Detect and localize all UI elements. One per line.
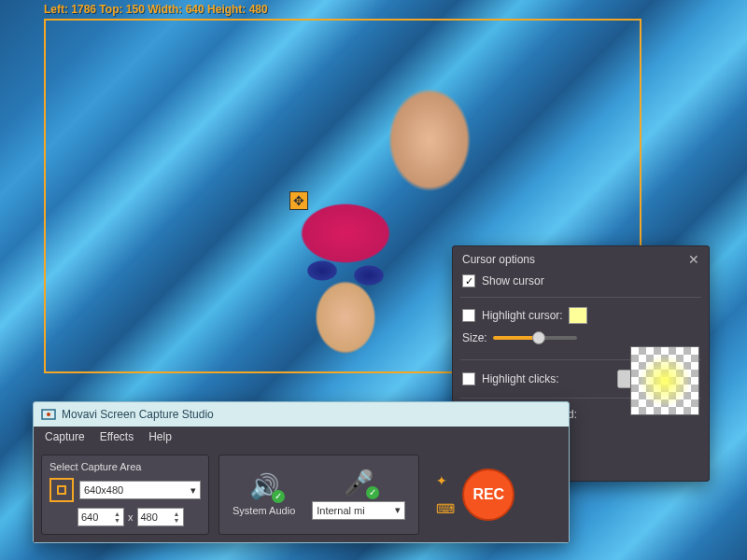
height-value: 480 bbox=[141, 511, 158, 523]
resolution-preset-value: 640x480 bbox=[84, 484, 123, 496]
check-icon: ✓ bbox=[366, 486, 379, 499]
system-audio-toggle[interactable]: 🔊✓ bbox=[249, 472, 279, 501]
record-label: REC bbox=[472, 486, 504, 503]
spinner-arrows-icon[interactable]: ▲▼ bbox=[114, 511, 120, 524]
cursor-panel-title: Cursor options bbox=[462, 253, 535, 266]
app-icon bbox=[41, 408, 56, 421]
record-area: ✦ ⌨ REC bbox=[429, 455, 520, 535]
microphone-toggle[interactable]: 🎤✓ bbox=[344, 469, 374, 497]
slider-thumb[interactable] bbox=[532, 331, 545, 344]
main-window: Movavi Screen Capture Studio Capture Eff… bbox=[33, 401, 570, 543]
highlight-color-swatch[interactable] bbox=[569, 307, 587, 324]
select-area-icon[interactable] bbox=[49, 478, 74, 502]
svg-point-1 bbox=[47, 413, 50, 416]
highlight-clicks-checkbox[interactable] bbox=[462, 372, 475, 385]
highlight-clicks-label: Highlight clicks: bbox=[482, 372, 559, 385]
system-audio-label: System Audio bbox=[233, 505, 295, 516]
menubar: Capture Effects Help bbox=[34, 427, 569, 447]
capture-move-handle[interactable]: ✥ bbox=[289, 191, 308, 210]
titlebar[interactable]: Movavi Screen Capture Studio bbox=[34, 402, 569, 427]
close-icon[interactable]: ✕ bbox=[686, 252, 701, 267]
keyboard-icon[interactable]: ⌨ bbox=[434, 499, 457, 518]
settings-icon[interactable]: ✦ bbox=[434, 471, 457, 490]
cursor-highlight-preview bbox=[630, 346, 699, 415]
chevron-down-icon: ▾ bbox=[190, 484, 196, 497]
resolution-preset-select[interactable]: 640x480 ▾ bbox=[79, 481, 201, 499]
capture-area-title: Select Capture Area bbox=[49, 461, 201, 472]
width-value: 640 bbox=[81, 511, 98, 523]
width-input[interactable]: 640 ▲▼ bbox=[78, 508, 124, 526]
separator bbox=[460, 297, 701, 298]
cursor-size-slider[interactable] bbox=[493, 336, 577, 340]
size-label: Size: bbox=[462, 331, 487, 344]
show-cursor-checkbox[interactable] bbox=[462, 274, 475, 287]
microphone-select[interactable]: Internal mi ▾ bbox=[312, 501, 405, 520]
show-cursor-label: Show cursor bbox=[482, 274, 544, 287]
menu-capture[interactable]: Capture bbox=[45, 430, 85, 443]
toolbar: Select Capture Area 640x480 ▾ 640 ▲▼ x 4… bbox=[34, 447, 569, 542]
capture-area-panel: Select Capture Area 640x480 ▾ 640 ▲▼ x 4… bbox=[41, 455, 209, 535]
record-button[interactable]: REC bbox=[462, 469, 514, 521]
height-input[interactable]: 480 ▲▼ bbox=[137, 508, 184, 526]
spinner-arrows-icon[interactable]: ▲▼ bbox=[174, 511, 180, 524]
capture-rect-info: Left: 1786 Top: 150 Width: 640 Height: 4… bbox=[44, 3, 268, 16]
audio-panel: 🔊✓ System Audio 🎤✓ Internal mi ▾ bbox=[218, 455, 419, 535]
window-title: Movavi Screen Capture Studio bbox=[62, 408, 214, 421]
menu-effects[interactable]: Effects bbox=[100, 430, 134, 443]
highlight-cursor-label: Highlight cursor: bbox=[482, 309, 563, 322]
highlight-cursor-checkbox[interactable] bbox=[462, 309, 475, 322]
microphone-value: Internal mi bbox=[317, 505, 364, 516]
menu-help[interactable]: Help bbox=[148, 430, 172, 443]
chevron-down-icon: ▾ bbox=[395, 504, 401, 516]
dimension-x-label: x bbox=[128, 511, 134, 523]
check-icon: ✓ bbox=[272, 490, 285, 503]
